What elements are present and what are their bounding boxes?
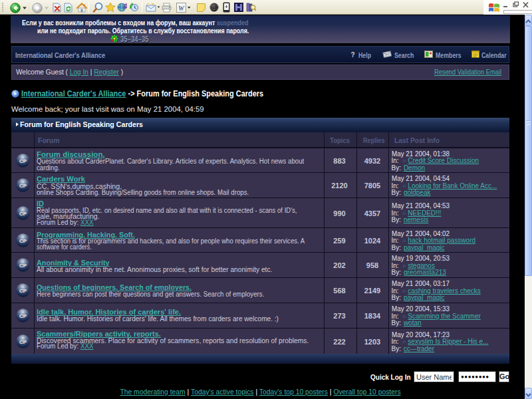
svg-text:CP: CP	[19, 238, 27, 244]
svg-text:CP: CP	[19, 288, 27, 294]
svg-text:CP: CP	[19, 183, 27, 189]
svg-text:CP: CP	[19, 263, 27, 269]
svg-text:CP: CP	[19, 211, 27, 217]
svg-text:?: ?	[350, 51, 354, 59]
svg-text:CP: CP	[19, 339, 27, 345]
svg-text:W: W	[178, 5, 185, 12]
svg-text:CP: CP	[19, 313, 27, 319]
svg-text:CP: CP	[19, 158, 27, 164]
